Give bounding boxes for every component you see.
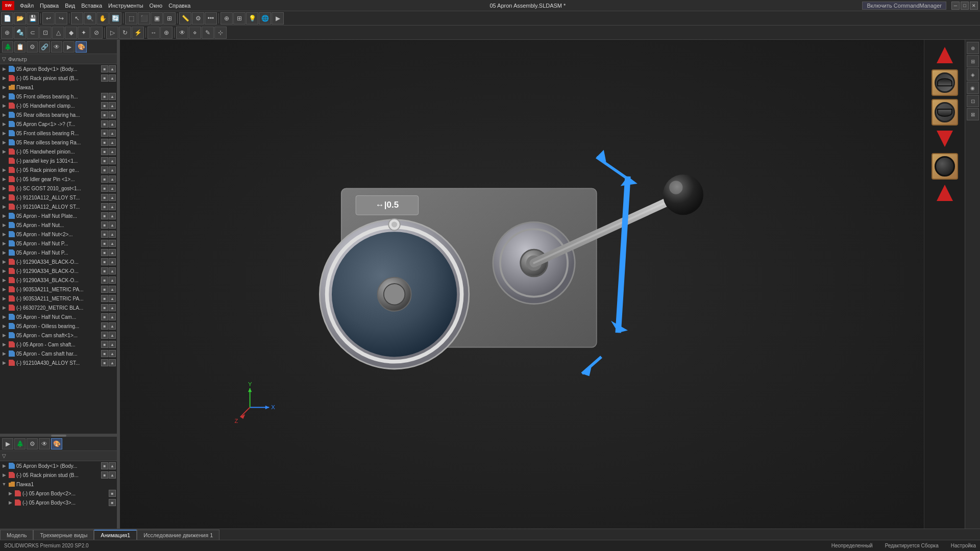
tb-view3[interactable]: ▣ xyxy=(151,12,163,24)
sq54[interactable]: ▲ xyxy=(109,313,116,320)
tree-item-camshaft1[interactable]: ▶ 05 Apron - Cam shaft<1>... ■ ▲ xyxy=(0,331,117,340)
tb-snap[interactable]: ⊕ xyxy=(220,12,233,24)
sq23[interactable]: ■ xyxy=(101,176,108,183)
menu-window[interactable]: Окно xyxy=(147,2,165,9)
sq29[interactable]: ■ xyxy=(101,203,108,210)
menu-file[interactable]: Файл xyxy=(17,2,36,9)
expand-1[interactable]: ▶ xyxy=(1,75,7,81)
expand-10[interactable]: ▶ xyxy=(1,167,7,173)
expand-91210[interactable]: ▶ xyxy=(1,360,7,366)
expand-6630[interactable]: ▶ xyxy=(1,305,7,311)
sq64[interactable]: ▲ xyxy=(109,359,116,366)
sq60[interactable]: ▲ xyxy=(109,341,116,348)
tb2-reference-geo[interactable]: △ xyxy=(52,27,64,39)
bottom-panel-feature-btn[interactable]: 🌲 xyxy=(14,438,26,449)
sq47[interactable]: ■ xyxy=(101,286,108,293)
expand-b3[interactable]: ▶ xyxy=(1,277,7,283)
status-settings[interactable]: Настройка xyxy=(951,543,976,548)
sq61[interactable]: ■ xyxy=(101,350,108,357)
sq5[interactable]: ■ xyxy=(101,93,108,100)
sq18[interactable]: ▲ xyxy=(109,148,116,155)
sq2[interactable]: ▲ xyxy=(109,65,116,72)
expand-b1[interactable]: ▶ xyxy=(1,259,7,265)
sq28[interactable]: ▲ xyxy=(109,194,116,201)
tb2-mate[interactable]: ⊂ xyxy=(27,27,39,39)
tb2-smart-fastener[interactable]: 🔩 xyxy=(14,27,26,39)
sq10[interactable]: ▲ xyxy=(109,111,116,118)
tree-item-13[interactable]: ▶ (-) 91210A112_ALLOY ST... ■ ▲ xyxy=(0,193,117,202)
sq63[interactable]: ■ xyxy=(101,359,108,366)
expand-b2[interactable]: ▶ xyxy=(1,268,7,274)
tree-item-halfnut-plate[interactable]: ▶ 05 Apron - Half Nut Plate... ■ ▲ xyxy=(0,211,117,220)
bsq2[interactable]: ▲ xyxy=(109,462,116,469)
tb-save[interactable]: 💾 xyxy=(27,12,39,24)
expand-0[interactable]: ▶ xyxy=(1,66,7,72)
expand-m1[interactable]: ▶ xyxy=(1,286,7,292)
tb-pan[interactable]: ✋ xyxy=(96,12,109,24)
expand-2[interactable]: ▶ xyxy=(1,93,7,99)
sq52[interactable]: ▲ xyxy=(109,304,116,311)
sq62[interactable]: ▲ xyxy=(109,350,116,357)
sq56[interactable]: ▲ xyxy=(109,322,116,330)
sq42[interactable]: ▲ xyxy=(109,258,116,265)
edge-btn-1[interactable]: ⊕ xyxy=(967,42,979,54)
sq30[interactable]: ▲ xyxy=(109,203,116,210)
tree-item-3[interactable]: ▶ (-) 05 Handwheel clamp... ■ ▲ xyxy=(0,101,117,110)
sq39[interactable]: ■ xyxy=(101,249,108,256)
sq11[interactable]: ■ xyxy=(101,120,108,128)
expand-13[interactable]: ▶ xyxy=(1,194,7,201)
panel-motion-btn[interactable]: ▶ xyxy=(63,41,75,53)
sq48[interactable]: ▲ xyxy=(109,286,116,293)
sq26[interactable]: ▲ xyxy=(109,185,116,192)
sq24[interactable]: ▲ xyxy=(109,176,116,183)
tb-settings[interactable]: ⚙ xyxy=(192,12,204,24)
tab-animation1[interactable]: Анимация1 xyxy=(94,530,137,540)
sq36[interactable]: ▲ xyxy=(109,231,116,238)
tb-rotate[interactable]: 🔄 xyxy=(109,12,121,24)
sq9[interactable]: ■ xyxy=(101,111,108,118)
tab-motion-study[interactable]: Исследование движения 1 xyxy=(137,530,219,540)
expand-8[interactable]: ▶ xyxy=(1,148,7,155)
tb2-3d-sketch[interactable]: ✎ xyxy=(202,27,214,39)
tb2-insert-component[interactable]: ⊕ xyxy=(1,27,13,39)
tb-redo[interactable]: ↪ xyxy=(55,12,67,24)
btree-item-1[interactable]: ▶ (-) 05 Rack pinion stud (B... ■ ▲ xyxy=(0,470,117,480)
expand-14[interactable]: ▶ xyxy=(1,204,7,210)
sq35[interactable]: ■ xyxy=(101,231,108,238)
panel-feature-tree-btn[interactable]: 🌲 xyxy=(2,41,13,53)
expand-5[interactable]: ▶ xyxy=(1,121,7,127)
sq3[interactable]: ■ xyxy=(101,74,108,82)
tb-anim[interactable]: ▶ xyxy=(272,12,284,24)
bottom-panel-display-btn[interactable]: 👁 xyxy=(39,438,50,449)
tb2-sim[interactable]: ▷ xyxy=(106,27,118,39)
panel-display-btn[interactable]: 👁 xyxy=(51,41,62,53)
tb2-linear-pattern[interactable]: ⊡ xyxy=(39,27,52,39)
tree-item-7[interactable]: ▶ 05 Rear oilless bearing Ra... ■ ▲ xyxy=(0,138,117,147)
tree-item-12[interactable]: ▶ (-) SC GOST 2010_gost<1... ■ ▲ xyxy=(0,184,117,193)
sq4[interactable]: ▲ xyxy=(109,74,116,82)
sq49[interactable]: ■ xyxy=(101,295,108,302)
tree-item-metric2[interactable]: ▶ (-) 90353A211_METRIC PA... ■ ▲ xyxy=(0,294,117,303)
tree-item-5[interactable]: ▶ 05 Apron Cap<1> ->? (T... ■ ▲ xyxy=(0,119,117,129)
tb-grid[interactable]: ⊞ xyxy=(233,12,246,24)
expand-oil[interactable]: ▶ xyxy=(1,323,7,329)
tree-item-black1[interactable]: ▶ (-) 91290A334_BLACK-O... ■ ▲ xyxy=(0,257,117,266)
btree-item-sub2[interactable]: ▶ (-) 05 Apron Body<3>... ■ xyxy=(0,498,117,507)
sq19[interactable]: ■ xyxy=(101,157,108,164)
bottom-panel-config-btn[interactable]: ⚙ xyxy=(27,438,38,449)
bsq1[interactable]: ■ xyxy=(101,462,108,469)
tab-model[interactable]: Модель xyxy=(0,530,33,540)
tb-more1[interactable]: ••• xyxy=(205,12,217,24)
sq43[interactable]: ■ xyxy=(101,267,108,274)
tb-open[interactable]: 📂 xyxy=(14,12,26,24)
btree-item-sub1[interactable]: ▶ (-) 05 Apron Body<2>... ■ xyxy=(0,489,117,498)
sq41[interactable]: ■ xyxy=(101,258,108,265)
sq8[interactable]: ▲ xyxy=(109,102,116,109)
sq34[interactable]: ▲ xyxy=(109,221,116,229)
expand-4[interactable]: ▶ xyxy=(1,112,7,118)
expand-hnp2[interactable]: ▶ xyxy=(1,249,7,256)
tb-select[interactable]: ↖ xyxy=(71,12,83,24)
sq38[interactable]: ▲ xyxy=(109,240,116,247)
tb2-triad[interactable]: ⊹ xyxy=(214,27,227,39)
tree-item-4[interactable]: ▶ 05 Rear oilless bearing ha... ■ ▲ xyxy=(0,110,117,119)
